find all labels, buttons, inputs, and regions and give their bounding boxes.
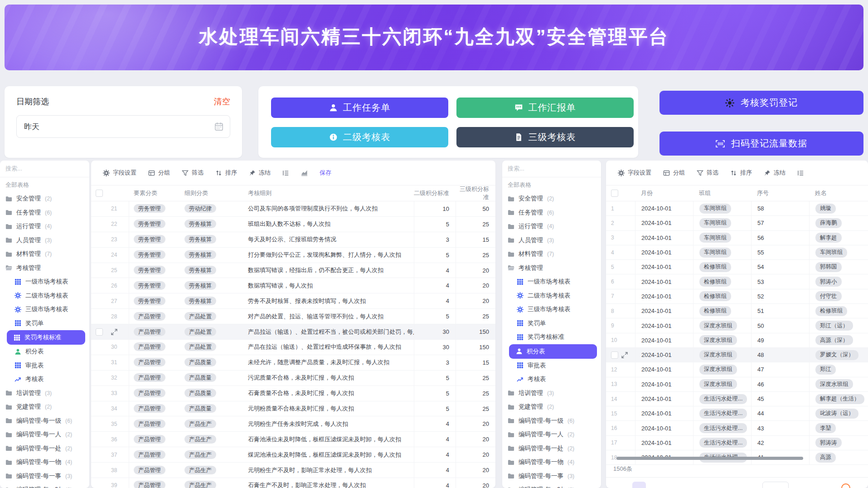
toolbar-funnel-button[interactable]: 筛选 [697,169,718,177]
column-header[interactable]: 二级积分标准 [414,185,456,201]
tree-item[interactable]: 材料管理(7) [0,247,89,261]
table-row[interactable]: 30产品管理产品处置产品在拉运（输送）、处置过程中造成环保事故，每人次扣3015… [91,340,495,355]
tree-item[interactable]: 二级市场考核表 [0,289,89,303]
table-row[interactable]: 34产品管理产品质量元明粉质量不合格未及时汇报，每人次扣525 [91,401,495,417]
chart-view-button[interactable] [301,170,308,176]
pagination-page-stub[interactable] [762,482,789,488]
table-row[interactable]: 22劳务管理劳务核算班组出勤人数不达标，每人次扣525 [91,217,495,232]
tree-item[interactable]: 编码管理-每一事(3) [0,469,89,483]
row-height-button[interactable] [797,170,804,176]
table-row[interactable]: 35产品管理产品生产元明粉生产任务未按时完成，每人次扣420 [91,416,495,432]
tree-item[interactable]: 培训管理(3) [502,386,601,400]
save-button[interactable]: 保存 [320,169,331,177]
date-input[interactable]: 昨天 [16,115,230,138]
table-row[interactable]: 32产品管理产品质量污泥质量不合格，未及时汇报，每人次扣525 [91,371,495,386]
toolbar-sort-button[interactable]: 排序 [730,169,752,177]
tree-item[interactable]: 积分表 [0,345,89,359]
column-header[interactable]: 细则分类 [184,189,242,197]
table-row[interactable]: 72024-10-01检修班组52付守壮 [606,289,868,304]
tree-item[interactable]: 一级市场考核表 [502,275,601,289]
table-row[interactable]: 152024-10-01生活污水处理...44叱波涛（运） [606,406,868,421]
tree-item[interactable]: 安全管理(2) [0,192,89,206]
table-row[interactable]: 27劳务管理劳务核算劳务不及时核算、报表未按时填写，每人次扣420 [91,293,495,309]
tree-item[interactable]: 三级市场考核表 [0,303,89,317]
right-tree-search-input[interactable]: 搜索... [502,161,601,177]
table-row[interactable]: 92024-10-01深度水班组50郑江（运） [606,318,868,333]
horizontal-scrollbar[interactable] [616,457,803,460]
quick-button[interactable]: 工作汇报单 [456,98,634,118]
table-row[interactable]: 52024-10-01检修班组54郭韩国 [606,260,868,274]
toolbar-funnel-button[interactable]: 筛选 [182,169,204,177]
tree-item[interactable]: 一级市场考核表 [0,275,89,289]
checkbox[interactable] [611,351,618,359]
toolbar-group-button[interactable]: 分组 [148,169,170,177]
tree-item[interactable]: 党建管理(2) [0,400,89,414]
quick-button[interactable]: 三级考核表 [456,127,634,147]
table-row[interactable]: 142024-10-01生活污水处理...45解李超（生活） [606,392,868,406]
table-row[interactable]: 172024-10-01生活污水处理...42郭涛涛 [606,436,868,450]
tree-item[interactable]: 任务管理(6) [0,206,89,220]
tree-item[interactable]: 任务管理(6) [502,206,601,220]
toolbar-gear-button[interactable]: 字段设置 [618,169,651,177]
table-row[interactable]: 23劳务管理劳务核算每天及时公示、汇报班组劳务情况315 [91,232,495,248]
row-height-button[interactable] [282,170,289,176]
tree-item[interactable]: 安全管理(2) [502,192,601,206]
pagination-button-stub[interactable] [632,482,646,488]
tree-item[interactable]: 编码管理-每一物(4) [0,455,89,469]
tree-item[interactable]: 编码管理-每一处(2) [0,442,89,456]
side-button[interactable]: 考核奖罚登记 [659,91,863,115]
quick-button[interactable]: 工作任务单 [271,98,448,118]
tree-item[interactable]: 审批表 [0,359,89,373]
tree-item[interactable]: 编码管理-每一时(2) [502,483,601,488]
table-row[interactable]: 21劳务管理劳动纪律公司及车间的各项管理制度执行不到位，每人次扣1050 [91,201,495,217]
checkbox[interactable] [96,328,103,336]
tree-item[interactable]: 考核表 [502,372,601,386]
table-row[interactable]: 12024-10-01车间班组58姚璇 [606,201,868,216]
table-row[interactable]: 82024-10-01检修班组51检修班组 [606,304,868,318]
tree-item[interactable]: 考核管理 [502,261,601,275]
tree-item[interactable]: 编码管理-每一人(2) [502,428,601,442]
toolbar-gear-button[interactable]: 字段设置 [103,169,136,177]
column-header[interactable]: 姓名 [809,185,868,201]
tree-item[interactable]: 编码管理-每一人(2) [0,428,89,442]
tree-item[interactable]: 编码管理-每一物(4) [502,455,601,469]
tree-item[interactable]: 考核管理 [0,261,89,275]
checkbox[interactable] [611,190,618,197]
tree-item[interactable]: 奖罚单 [0,317,89,331]
tree-item[interactable]: 材料管理(7) [502,247,601,261]
expand-icon[interactable] [111,329,117,335]
table-row[interactable]: 42024-10-01车间班组55车间班组 [606,245,868,260]
quick-button[interactable]: 二级考核表 [271,127,448,147]
tree-item[interactable]: 三级市场考核表 [502,303,601,317]
tree-item[interactable]: 编码管理-每一级(6) [502,414,601,428]
toolbar-pin-button[interactable]: 冻结 [249,169,271,177]
tree-item[interactable]: 考核表 [0,372,89,386]
table-row[interactable]: 25劳务管理劳务核算数据填写错误，经指出后，仍不配合更正，每人次扣420 [91,263,495,278]
table-row[interactable]: 132024-10-01深度水班组46深度水班组 [606,377,868,392]
table-row[interactable]: 37产品管理产品生产煤泥池液位未及时降低，板框压滤煤泥未及时卸，每人次扣420 [91,447,495,463]
table-row[interactable]: 33产品管理产品质量石膏质量不合格，未及时汇报，每人次扣525 [91,386,495,401]
table-row[interactable]: 39产品管理产品生产石膏生产不及时，影响正常水处理，每人次扣420 [91,478,495,488]
column-header[interactable]: 月份 [635,185,693,201]
tree-item[interactable]: 奖罚考核标准 [502,330,601,344]
table-row[interactable]: 26劳务管理劳务核算数据填写错误，每人次扣420 [91,278,495,293]
tree-item[interactable]: 奖罚考核标准 [7,330,85,345]
column-header[interactable]: 三级积分标准 [456,185,495,201]
column-header[interactable]: 班组 [693,185,751,201]
toolbar-group-button[interactable]: 分组 [663,169,685,177]
tree-item[interactable]: 运行管理(4) [502,220,601,234]
column-header[interactable]: 序号 [751,185,809,201]
left-tree-search-input[interactable]: 搜索... [0,161,89,177]
tree-item[interactable]: 审批表 [502,359,601,373]
tree-item[interactable]: 人员管理(3) [0,234,89,248]
tree-item[interactable]: 编码管理-每一级(6) [0,414,89,428]
table-row[interactable]: 2024-10-01深度水班组48罗嫒文（深） [606,348,868,362]
tree-item[interactable]: 奖罚单 [502,317,601,331]
tree-item[interactable]: 二级市场考核表 [502,289,601,303]
table-row[interactable]: 产品管理产品处置产品拉运（输送）、处置过程不当，被公司或相关部门处罚，每人次扣3… [91,324,495,340]
checkbox[interactable] [96,190,103,197]
tree-item[interactable]: 党建管理(2) [502,400,601,414]
table-row[interactable]: 122024-10-01深度水班组47郑江 [606,362,868,377]
column-header[interactable]: 考核细则 [242,189,414,197]
table-row[interactable]: 162024-10-01生活污水处理...43李堃 [606,421,868,435]
